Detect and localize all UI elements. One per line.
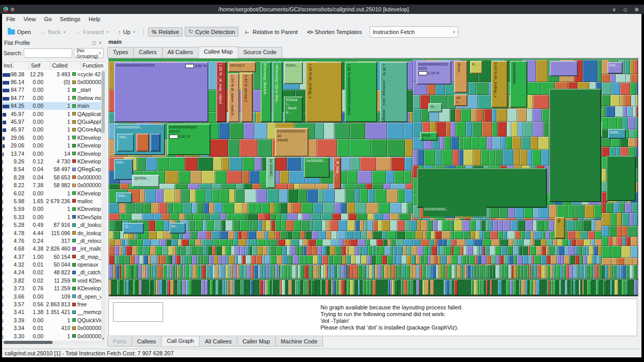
treemap-cell[interactable] <box>496 109 507 122</box>
treemap-cell[interactable] <box>243 171 249 184</box>
treemap-cell[interactable] <box>622 226 627 237</box>
treemap-cell[interactable] <box>493 220 498 231</box>
treemap-block[interactable]: KDevelop::Bucket... <box>261 62 271 123</box>
treemap-region[interactable] <box>417 168 547 208</box>
treemap-cell[interactable] <box>591 239 595 246</box>
treemap-cell[interactable] <box>188 255 192 264</box>
treemap-cell[interactable] <box>308 239 316 246</box>
treemap-cell[interactable] <box>126 246 132 255</box>
treemap-cell[interactable] <box>260 280 263 295</box>
treemap-cell[interactable] <box>249 220 252 231</box>
treemap-cell[interactable] <box>383 239 388 246</box>
treemap-cell[interactable] <box>391 157 405 171</box>
treemap-cell[interactable] <box>475 231 479 239</box>
treemap-cell[interactable] <box>382 255 387 264</box>
treemap-cell[interactable] <box>227 171 242 184</box>
treemap-cell[interactable] <box>504 255 509 264</box>
treemap-cell[interactable] <box>326 220 330 231</box>
treemap-cell[interactable] <box>594 265 599 278</box>
treemap-cell[interactable] <box>270 246 277 255</box>
treemap-cell[interactable] <box>396 231 405 239</box>
treemap-cell[interactable] <box>503 231 507 239</box>
treemap-cell[interactable] <box>203 203 209 213</box>
treemap-cell[interactable] <box>583 220 591 231</box>
treemap-cell[interactable] <box>378 220 382 231</box>
treemap-cell[interactable] <box>498 280 502 295</box>
treemap-cell[interactable] <box>442 265 445 278</box>
treemap-cell[interactable] <box>387 123 404 139</box>
treemap-cell[interactable] <box>214 203 222 213</box>
treemap-cell[interactable] <box>222 246 226 255</box>
treemap-cell[interactable] <box>332 213 341 220</box>
treemap-cell[interactable] <box>615 106 623 117</box>
treemap-cell[interactable] <box>413 150 417 166</box>
treemap-cell[interactable] <box>270 203 275 213</box>
treemap-cell[interactable] <box>179 213 185 220</box>
treemap-cell[interactable] <box>248 203 255 213</box>
treemap-cell[interactable] <box>584 218 594 220</box>
tab-source-code[interactable]: Source Code <box>238 47 282 58</box>
treemap-cell[interactable] <box>602 138 610 146</box>
treemap-cell[interactable] <box>245 246 249 255</box>
treemap-cell[interactable] <box>517 255 523 264</box>
treemap-cell[interactable] <box>109 189 117 203</box>
treemap-cell[interactable] <box>384 246 391 255</box>
treemap-cell[interactable] <box>214 255 218 264</box>
treemap-cell[interactable] <box>265 255 270 264</box>
treemap-cell[interactable] <box>210 280 213 295</box>
treemap-cell[interactable] <box>307 246 312 255</box>
treemap-cell[interactable] <box>630 213 634 225</box>
treemap-cell[interactable] <box>221 184 235 189</box>
treemap-cell[interactable] <box>546 255 551 264</box>
treemap-block[interactable]: KDev... <box>284 62 303 84</box>
treemap-cell[interactable] <box>300 265 304 278</box>
treemap-block[interactable] <box>150 134 161 152</box>
treemap-cell[interactable] <box>240 220 249 231</box>
treemap-cell[interactable] <box>512 137 521 150</box>
treemap-cell[interactable] <box>557 255 561 264</box>
treemap-cell[interactable] <box>233 220 239 231</box>
treemap-cell[interactable] <box>357 213 367 220</box>
treemap-cell[interactable] <box>337 139 349 157</box>
treemap-cell[interactable] <box>390 220 397 231</box>
treemap-cell[interactable] <box>492 265 495 278</box>
treemap-cell[interactable] <box>209 139 229 157</box>
treemap-cell[interactable] <box>628 138 636 146</box>
treemap-block[interactable]: QIODe... <box>132 175 159 187</box>
treemap-block[interactable]: strcm... <box>454 61 468 93</box>
treemap-cell[interactable] <box>121 239 125 246</box>
treemap-cell[interactable] <box>469 255 475 264</box>
treemap-cell[interactable] <box>318 231 326 239</box>
treemap-cell[interactable] <box>347 220 355 231</box>
treemap-cell[interactable] <box>355 189 360 203</box>
treemap-cell[interactable] <box>537 265 541 278</box>
treemap-cell[interactable] <box>234 203 243 213</box>
treemap-cell[interactable] <box>185 265 189 278</box>
treemap-cell[interactable] <box>265 239 270 246</box>
treemap-cell[interactable] <box>197 203 204 213</box>
treemap-cell[interactable] <box>541 239 546 246</box>
treemap-cell[interactable] <box>235 189 244 203</box>
treemap-cell[interactable] <box>601 265 604 278</box>
treemap-cell[interactable] <box>506 280 510 295</box>
treemap-cell[interactable] <box>519 246 522 255</box>
treemap-cell[interactable] <box>190 171 202 184</box>
treemap-cell[interactable] <box>221 220 226 231</box>
treemap-cell[interactable] <box>438 239 443 246</box>
treemap-cell[interactable] <box>346 255 351 264</box>
treemap-cell[interactable] <box>243 157 254 171</box>
treemap-cell[interactable] <box>189 220 196 231</box>
treemap-cell[interactable] <box>583 60 598 81</box>
treemap-cell[interactable] <box>126 280 130 295</box>
treemap-cell[interactable] <box>438 220 442 231</box>
treemap-cell[interactable] <box>606 203 614 213</box>
treemap-cell[interactable] <box>349 139 372 157</box>
treemap-cell[interactable] <box>503 150 513 166</box>
treemap-cell[interactable] <box>583 255 587 264</box>
treemap-cell[interactable] <box>270 255 276 264</box>
treemap-cell[interactable] <box>430 280 434 295</box>
treemap-cell[interactable] <box>518 220 525 231</box>
treemap-cell[interactable] <box>282 255 288 264</box>
treemap-cell[interactable] <box>637 226 638 237</box>
treemap-cell[interactable] <box>434 239 438 246</box>
